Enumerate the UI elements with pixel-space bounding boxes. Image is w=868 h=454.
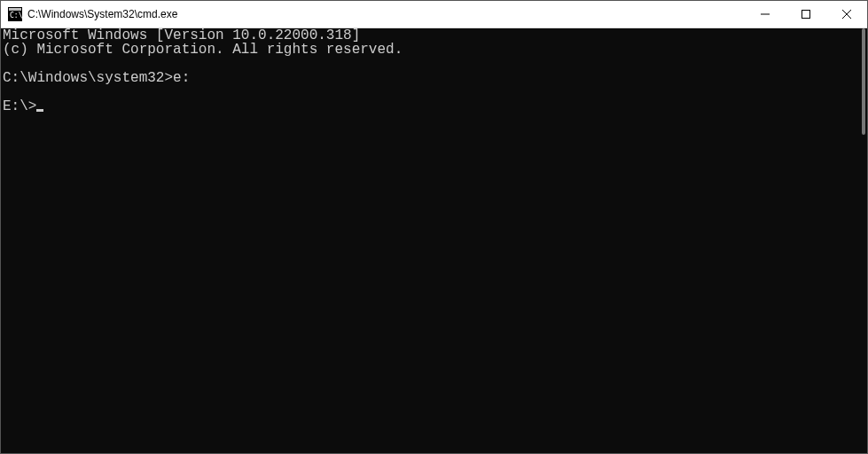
title-bar[interactable]: C:\ C:\Windows\System32\cmd.exe [1, 1, 867, 28]
scrollbar[interactable] [853, 28, 867, 453]
svg-rect-1 [9, 8, 21, 11]
maximize-button[interactable] [786, 1, 826, 27]
cmd-icon: C:\ [8, 7, 22, 21]
minimize-button[interactable] [745, 1, 786, 27]
svg-rect-4 [802, 11, 810, 19]
title-text: C:\Windows\System32\cmd.exe [27, 8, 177, 20]
terminal-output[interactable]: Microsoft Windows [Version 10.0.22000.31… [1, 28, 853, 453]
terminal-line: (c) Microsoft Corporation. All rights re… [3, 42, 403, 58]
cursor [36, 109, 43, 112]
window-controls [745, 1, 867, 27]
terminal-line: C:\Windows\system32>e: [3, 70, 190, 86]
scrollbar-thumb[interactable] [862, 28, 865, 135]
terminal-wrapper: Microsoft Windows [Version 10.0.22000.31… [1, 28, 867, 453]
close-button[interactable] [826, 1, 867, 27]
terminal-prompt: E:\> [3, 98, 36, 114]
cmd-window: C:\ C:\Windows\System32\cmd.exe Microsof… [0, 0, 868, 454]
svg-text:C:\: C:\ [10, 12, 22, 20]
